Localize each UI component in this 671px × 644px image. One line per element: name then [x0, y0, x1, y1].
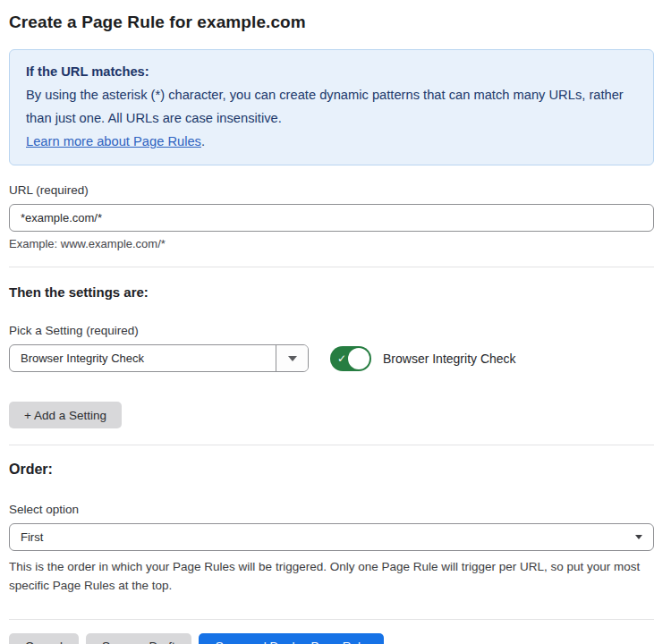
- footer-actions: Cancel Save as Draft Save and Deploy Pag…: [9, 633, 654, 644]
- setting-dropdown-value: Browser Integrity Check: [10, 345, 276, 371]
- setting-row: Browser Integrity Check ✓ Browser Integr…: [9, 344, 654, 372]
- add-setting-button[interactable]: + Add a Setting: [9, 402, 122, 428]
- order-helper-text: This is the order in which your Page Rul…: [9, 557, 654, 595]
- order-select-value: First: [21, 530, 43, 544]
- cancel-button[interactable]: Cancel: [9, 633, 79, 644]
- divider: [9, 619, 654, 620]
- setting-toggle-group: ✓ Browser Integrity Check: [330, 346, 516, 371]
- url-match-info-box: If the URL matches: By using the asteris…: [9, 49, 654, 165]
- toggle-knob: [348, 348, 369, 369]
- learn-more-link[interactable]: Learn more about Page Rules: [26, 134, 201, 148]
- link-period: .: [201, 134, 205, 148]
- divider: [9, 445, 654, 445]
- url-input[interactable]: [9, 204, 654, 232]
- url-example-helper: Example: www.example.com/*: [9, 237, 654, 250]
- order-select[interactable]: First: [9, 523, 654, 551]
- info-box-heading: If the URL matches:: [26, 60, 637, 83]
- info-box-link-row: Learn more about Page Rules.: [26, 130, 637, 153]
- setting-dropdown[interactable]: Browser Integrity Check: [9, 344, 309, 372]
- setting-dropdown-arrow-button[interactable]: [276, 345, 308, 371]
- check-icon: ✓: [337, 352, 346, 364]
- toggle-label: Browser Integrity Check: [383, 352, 516, 366]
- info-box-body: By using the asterisk (*) character, you…: [26, 83, 637, 130]
- url-field-label: URL (required): [9, 183, 654, 197]
- page-title: Create a Page Rule for example.com: [9, 13, 654, 32]
- order-select-label: Select option: [9, 503, 654, 516]
- save-and-deploy-button[interactable]: Save and Deploy Page Rule: [199, 633, 385, 644]
- url-section: URL (required) Example: www.example.com/…: [9, 183, 654, 250]
- create-page-rule-form: Create a Page Rule for example.com If th…: [0, 0, 671, 644]
- save-as-draft-button[interactable]: Save as Draft: [86, 633, 191, 644]
- chevron-down-icon: [288, 356, 297, 361]
- order-heading: Order:: [9, 462, 654, 478]
- browser-integrity-toggle[interactable]: ✓: [330, 346, 371, 371]
- chevron-down-icon: [635, 535, 642, 539]
- divider: [9, 267, 654, 267]
- settings-heading: Then the settings are:: [9, 284, 654, 300]
- pick-setting-label: Pick a Setting (required): [9, 324, 654, 337]
